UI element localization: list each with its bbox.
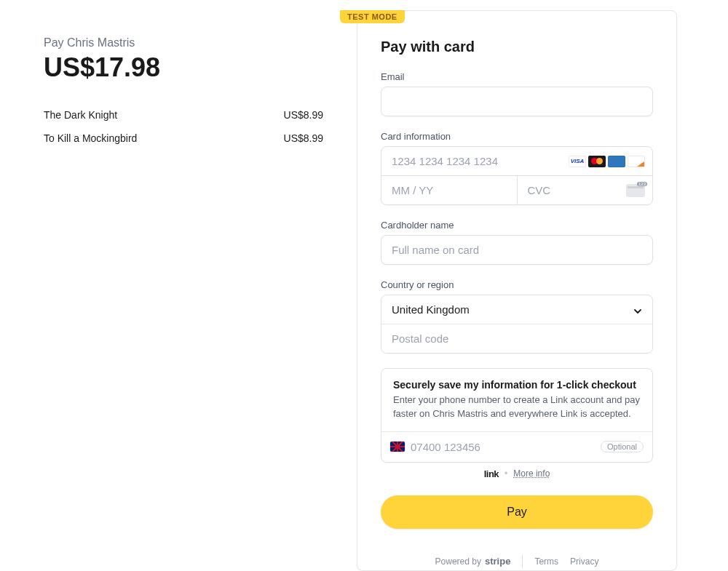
more-info-link[interactable]: More info <box>513 468 550 479</box>
line-item-price: US$8.99 <box>284 132 323 144</box>
line-item-price: US$8.99 <box>284 109 323 121</box>
form-title: Pay with card <box>381 39 653 55</box>
form-footer: Powered by stripe Terms Privacy <box>381 555 653 568</box>
country-label: Country or region <box>381 279 653 290</box>
privacy-link[interactable]: Privacy <box>570 556 598 567</box>
divider <box>522 555 523 568</box>
amex-icon <box>608 156 625 167</box>
email-input[interactable] <box>381 87 653 116</box>
cvc-icon <box>626 184 645 197</box>
line-item: The Dark Knight US$8.99 <box>44 103 323 127</box>
link-logo: link <box>484 468 499 479</box>
pay-to-label: Pay Chris Mastris <box>44 36 323 49</box>
country-block: United Kingdom <box>381 295 653 354</box>
stripe-logo: stripe <box>485 556 510 567</box>
line-item-name: To Kill a Mockingbird <box>44 132 137 144</box>
visa-icon: VISA <box>569 156 586 167</box>
order-total: US$17.98 <box>44 52 323 83</box>
country-selected-value: United Kingdom <box>392 303 470 316</box>
cardholder-name-input[interactable] <box>381 235 653 265</box>
country-select[interactable]: United Kingdom <box>381 295 652 324</box>
payment-form-panel: TEST MODE Pay with card Email Card infor… <box>357 10 677 571</box>
card-block: VISA <box>381 146 653 205</box>
optional-badge: Optional <box>601 441 644 452</box>
separator-dot: • <box>505 468 507 479</box>
link-info-line: link • More info <box>381 468 653 479</box>
card-brand-strip: VISA <box>569 156 652 167</box>
powered-by-label: Powered by <box>435 556 481 567</box>
card-number-input[interactable] <box>381 147 569 175</box>
card-cvc-input[interactable] <box>518 176 627 204</box>
uk-flag-icon[interactable] <box>390 442 405 452</box>
phone-input[interactable] <box>411 438 595 456</box>
order-summary-panel: Pay Chris Mastris US$17.98 The Dark Knig… <box>0 0 357 571</box>
chevron-down-icon <box>633 306 642 314</box>
cardholder-name-label: Cardholder name <box>381 220 653 231</box>
save-info-title: Securely save my information for 1-click… <box>393 379 641 391</box>
postal-code-input[interactable] <box>381 324 652 353</box>
mastercard-icon <box>588 156 606 167</box>
save-info-block: Securely save my information for 1-click… <box>381 368 653 463</box>
terms-link[interactable]: Terms <box>534 556 558 567</box>
line-item: To Kill a Mockingbird US$8.99 <box>44 127 323 150</box>
pay-button[interactable]: Pay <box>381 495 653 529</box>
email-label: Email <box>381 71 653 82</box>
card-expiry-input[interactable] <box>381 176 517 204</box>
test-mode-badge: TEST MODE <box>340 10 405 23</box>
card-info-label: Card information <box>381 131 653 142</box>
discover-icon <box>628 156 645 167</box>
line-item-name: The Dark Knight <box>44 109 117 121</box>
save-info-desc: Enter your phone number to create a Link… <box>393 394 641 421</box>
